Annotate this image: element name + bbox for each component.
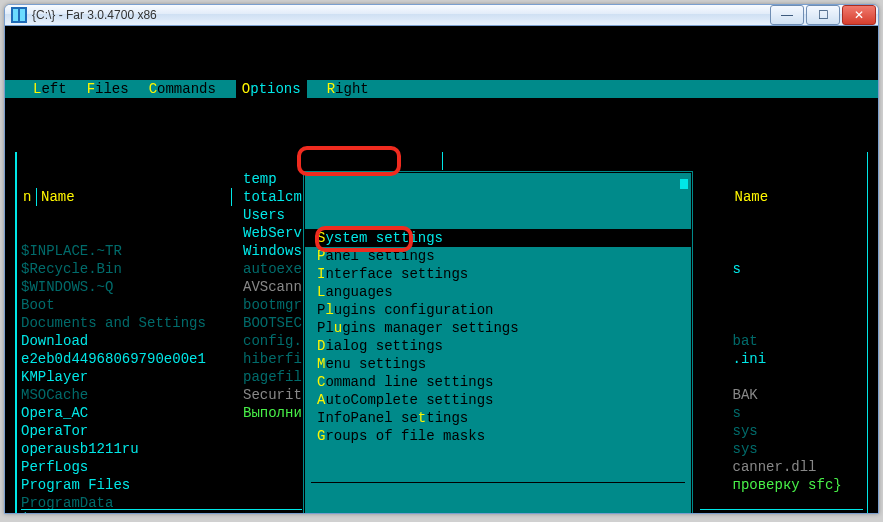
file-row[interactable]: s — [733, 260, 864, 278]
file-row[interactable]: проверку sfc} — [733, 476, 864, 494]
app-icon — [11, 7, 27, 23]
status-name: $INPLACE.~TR — [21, 510, 122, 514]
file-row[interactable]: canner.dll — [733, 458, 864, 476]
col-header-name: Name — [37, 188, 232, 206]
menu-item[interactable]: Groups of file masks — [305, 427, 691, 445]
window-title: {C:\} - Far 3.0.4700 x86 — [32, 8, 770, 22]
file-row[interactable]: bootmgr — [243, 296, 302, 314]
file-row[interactable]: Windows — [243, 242, 302, 260]
menu-item[interactable]: Dialog settings — [305, 337, 691, 355]
menu-item[interactable]: Interface settings — [305, 265, 691, 283]
menu-item[interactable]: Plugins manager settings — [305, 319, 691, 337]
file-row[interactable]: BAK — [733, 386, 864, 404]
titlebar[interactable]: {C:\} - Far 3.0.4700 x86 — ☐ ✕ — [5, 5, 878, 26]
menu-options[interactable]: Options — [236, 80, 307, 98]
menu-item[interactable]: Panel settings — [305, 247, 691, 265]
file-row[interactable]: BOOTSEC — [243, 314, 302, 332]
maximize-button[interactable]: ☐ — [806, 5, 840, 25]
file-row[interactable]: pagefil — [243, 368, 302, 386]
menu-item[interactable]: Plugins configuration — [305, 301, 691, 319]
file-row[interactable]: temp — [243, 170, 302, 188]
file-row[interactable]: Securit — [243, 386, 302, 404]
file-row[interactable]: sys — [733, 422, 864, 440]
file-row[interactable] — [733, 278, 864, 296]
file-row[interactable]: .ini — [733, 350, 864, 368]
file-row[interactable]: bat — [733, 332, 864, 350]
menu-files[interactable]: Files — [87, 80, 129, 98]
menu-left[interactable]: Left — [33, 80, 67, 98]
scrollbar-thumb[interactable] — [680, 179, 688, 189]
file-row[interactable] — [733, 242, 864, 260]
file-row[interactable]: sys — [733, 440, 864, 458]
options-dropdown: System settingsPanel settingsInterface s… — [302, 170, 694, 514]
file-row[interactable] — [733, 368, 864, 386]
menu-item[interactable]: System settings — [305, 229, 691, 247]
file-row[interactable]: s — [733, 404, 864, 422]
menu-commands[interactable]: Commands — [149, 80, 216, 98]
col-header-n: n — [19, 188, 37, 206]
menubar: LeftFilesCommandsOptionsRight — [5, 80, 878, 98]
minimize-button[interactable]: — — [770, 5, 804, 25]
file-row[interactable] — [733, 314, 864, 332]
file-row[interactable]: AVScann — [243, 278, 302, 296]
app-window: {C:\} - Far 3.0.4700 x86 — ☐ ✕ LeftFiles… — [4, 4, 879, 514]
file-row[interactable]: Users — [243, 206, 302, 224]
file-row[interactable]: Выполни — [243, 404, 302, 422]
file-row[interactable]: autoexe — [243, 260, 302, 278]
file-row[interactable]: totalcm — [243, 188, 302, 206]
file-row[interactable] — [733, 296, 864, 314]
status-date: 1.07.16 14:41 — [754, 510, 863, 514]
file-row[interactable]: WebServ — [243, 224, 302, 242]
menu-item[interactable]: Languages — [305, 283, 691, 301]
menu-item[interactable]: Command line settings — [305, 373, 691, 391]
close-button[interactable]: ✕ — [842, 5, 876, 25]
terminal-area: LeftFilesCommandsOptionsRight n Name $IN… — [5, 26, 878, 514]
menu-item[interactable]: InfoPanel settings — [305, 409, 691, 427]
left-panel-col2: temptotalcmUsersWebServWindowsautoexeAVS… — [243, 170, 302, 422]
file-row[interactable]: hiberfi — [243, 350, 302, 368]
menu-item[interactable]: AutoComplete settings — [305, 391, 691, 409]
menu-right[interactable]: Right — [327, 80, 369, 98]
file-row[interactable]: config. — [243, 332, 302, 350]
menu-item[interactable]: Menu settings — [305, 355, 691, 373]
